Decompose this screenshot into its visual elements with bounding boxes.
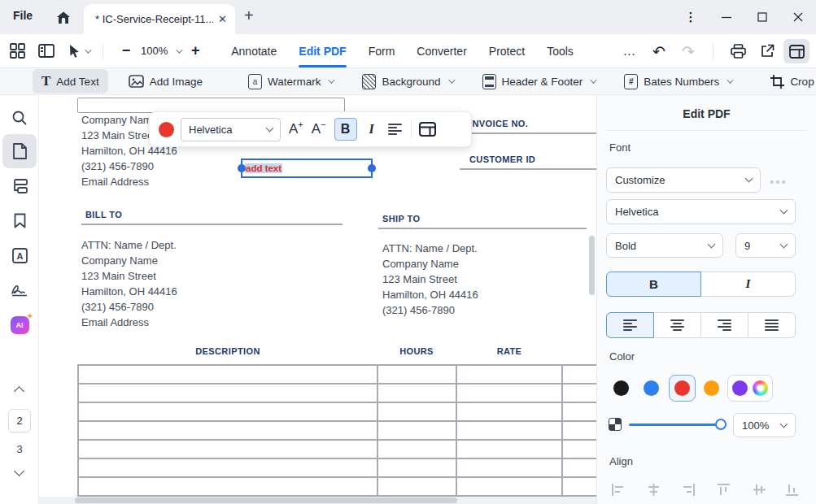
file-menu[interactable]: File [13,9,33,22]
minimize-button[interactable] [709,0,744,34]
page-down-icon[interactable] [14,466,24,476]
align-right-button[interactable] [701,312,748,338]
object-align-left-icon[interactable] [607,479,628,500]
table-row [77,422,596,441]
floating-font-select[interactable]: Helvetica [181,118,281,141]
added-text[interactable]: add text [245,163,282,173]
color-picker-wheel[interactable] [753,380,768,396]
color-swatch-blue[interactable] [644,380,659,396]
table-header-hours: HOURS [399,346,434,356]
more-tools-button[interactable]: … [617,39,643,63]
select-tool-caret-icon [85,46,91,53]
color-swatch-purple[interactable] [732,380,748,396]
home-icon[interactable] [54,8,73,28]
text-color-indicator[interactable] [159,122,174,137]
zoom-in-button[interactable]: + [187,42,203,59]
align-left-button[interactable] [388,122,402,137]
background-button[interactable]: Background [353,70,461,93]
customer-id-label: CUSTOMER ID [469,154,535,164]
scrollbar-thumb[interactable] [75,497,457,503]
page-thumbnails-icon[interactable] [2,134,37,168]
properties-panel-button[interactable] [419,122,436,137]
document-canvas[interactable]: Company Name123 Main StreetHamilton, OH … [39,95,596,504]
bates-numbers-button[interactable]: # Bates Numbers [615,70,740,93]
opacity-slider-handle[interactable] [715,419,727,430]
close-button[interactable] [780,0,816,34]
font-family-select[interactable]: Helvetica [606,199,796,224]
font-more-options[interactable]: ••• [770,175,788,189]
panel-italic-button[interactable]: I [701,272,796,297]
object-align-top-icon[interactable] [713,479,734,500]
annotations-icon[interactable]: A [2,238,37,272]
horizontal-scrollbar[interactable] [39,497,596,504]
font-decrease-button[interactable]: A− [312,121,326,137]
current-page-indicator[interactable]: 2 [8,409,31,432]
panel-bold-button[interactable]: B [606,272,701,297]
tab-close-icon[interactable]: ✕ [218,13,227,25]
ai-assistant-icon[interactable]: AI✦ [2,308,37,342]
print-button[interactable] [725,39,751,63]
italic-button[interactable]: I [362,118,382,141]
align-justify-button[interactable] [748,312,796,338]
color-swatch-red-selected[interactable] [669,375,696,402]
add-image-label: Add Image [150,76,203,88]
object-align-group [597,479,816,500]
panel-toggle-button[interactable] [783,39,809,63]
object-align-right-icon[interactable] [678,479,699,500]
redo-button[interactable]: ↷ [675,39,701,63]
opacity-select[interactable]: 100% [733,413,796,437]
add-text-button[interactable]: T Add Text [33,69,108,93]
ribbon-tab-protect[interactable]: Protect [489,45,525,58]
ribbon-tab-annotate[interactable]: Annotate [231,45,277,58]
bill-to-line [81,224,343,225]
color-swatch-orange[interactable] [704,380,719,396]
page-up-icon[interactable] [14,386,24,397]
font-style-select[interactable]: Bold [606,233,723,258]
outline-tree-icon[interactable] [2,169,37,203]
add-image-button[interactable]: Add Image [120,71,212,92]
undo-button[interactable]: ↶ [646,39,672,63]
ribbon-tab-edit-pdf[interactable]: Edit PDF [299,45,346,58]
zoom-caret-icon[interactable] [176,46,182,53]
ribbon-tab-tools[interactable]: Tools [547,45,574,58]
object-align-bottom-icon[interactable] [781,479,802,500]
zoom-out-button[interactable]: − [118,42,134,59]
ribbon-tab-converter[interactable]: Converter [417,45,466,58]
font-increase-button[interactable]: A+ [289,121,303,137]
share-export-button[interactable] [754,39,780,63]
resize-handle-left[interactable] [238,164,246,172]
next-page-number[interactable]: 3 [0,443,39,455]
maximize-button[interactable] [744,0,780,34]
bookmark-icon[interactable] [2,203,37,237]
object-align-center-v-icon[interactable] [748,479,770,500]
bold-button[interactable]: B [334,118,357,141]
opacity-slider[interactable] [629,424,722,426]
search-icon[interactable] [2,101,37,135]
object-align-center-h-icon[interactable] [643,479,664,500]
text-edit-box[interactable]: add text [241,159,373,178]
thumbnail-grid-icon[interactable] [5,39,29,63]
table-row [77,403,596,422]
signature-icon[interactable] [2,273,37,307]
document-tab[interactable]: * IC-Service-Receipt-11... ✕ [84,4,235,34]
bates-numbers-icon: # [624,74,638,89]
ribbon-tab-form[interactable]: Form [369,45,395,58]
color-swatch-red [674,380,690,396]
align-left-button[interactable] [606,312,654,338]
select-tool-icon[interactable] [63,39,94,63]
crop-button[interactable]: Crop [761,71,816,93]
resize-handle-right[interactable] [368,164,376,172]
split-view-icon[interactable] [34,39,59,63]
vertical-scrollbar[interactable] [589,236,595,295]
invoice-no-line [460,133,596,134]
app-menu-icon[interactable]: ⋮ [673,0,709,34]
watermark-icon: a [248,74,262,89]
zoom-level[interactable]: 100% [141,45,168,57]
font-mode-select[interactable]: Customize [606,167,761,193]
watermark-button[interactable]: a Watermark [239,70,343,93]
align-center-button[interactable] [654,312,701,338]
color-swatch-black[interactable] [613,380,629,396]
header-footer-button[interactable]: Header & Footer [473,70,604,93]
font-size-select[interactable]: 9 [735,233,796,258]
new-tab-button[interactable]: + [244,7,254,25]
